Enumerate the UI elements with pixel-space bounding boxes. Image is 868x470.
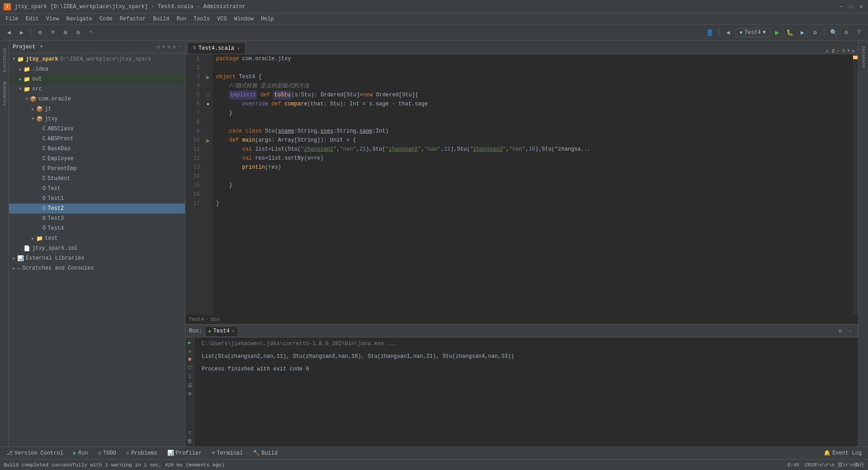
- breadcrumb-test4[interactable]: Test4: [189, 317, 204, 322]
- footer-tab-problems[interactable]: ⚠ Problems: [122, 448, 162, 459]
- toolbar-settings2[interactable]: ⚙: [73, 27, 84, 38]
- tree-test4[interactable]: O Test4: [9, 223, 185, 233]
- run-settings-icon[interactable]: ⚙: [836, 327, 844, 335]
- toolbar-help[interactable]: ?: [854, 27, 864, 38]
- toolbar-minus[interactable]: −: [85, 27, 96, 38]
- footer-tab-todo[interactable]: ☑ TODO: [94, 448, 121, 459]
- tree-com-oracle[interactable]: ▼ 📦 com.oracle: [9, 94, 185, 104]
- toolbar-undo[interactable]: ◀: [723, 27, 734, 38]
- restore-icon[interactable]: ▽: [188, 429, 191, 436]
- run-tab-close[interactable]: ✕: [231, 328, 234, 334]
- database-tab[interactable]: Database: [860, 43, 867, 71]
- menu-file[interactable]: File: [2, 15, 22, 23]
- code-content[interactable]: package com.oracle.jtxy object Test4 { /…: [212, 54, 851, 314]
- breadcrumb-stu[interactable]: Stu: [211, 317, 220, 322]
- tab-close-button[interactable]: ✕: [237, 46, 240, 51]
- footer-tab-profiler[interactable]: 📊 Profiler: [163, 448, 207, 459]
- tree-iml[interactable]: 📄 jtxy_spark.iml: [9, 243, 185, 253]
- tree-absclass[interactable]: C ABSClass: [9, 124, 185, 134]
- tree-student[interactable]: C Student: [9, 174, 185, 184]
- window-controls[interactable]: ─ □ ✕: [838, 4, 864, 10]
- bookmarks-tab[interactable]: Bookmarks: [1, 78, 8, 109]
- print-icon[interactable]: 🖨: [187, 382, 193, 389]
- toolbar-settings[interactable]: ⚙: [35, 27, 46, 38]
- footer-tab-version-control[interactable]: ⎇ Version Control: [2, 448, 68, 459]
- run-gutter-3[interactable]: ▶: [206, 73, 210, 81]
- tree-employee[interactable]: C Employee: [9, 154, 185, 164]
- close-button[interactable]: ✕: [858, 4, 864, 10]
- debug-button[interactable]: 🐛: [784, 27, 795, 38]
- line-num-3: 3: [185, 72, 200, 81]
- menu-vcs[interactable]: VCS: [213, 15, 231, 23]
- test4-icon: O: [42, 225, 46, 232]
- minimize-button[interactable]: ─: [838, 4, 844, 10]
- project-dropdown-icon[interactable]: ▼: [40, 44, 42, 49]
- menu-refactor[interactable]: Refactor: [116, 15, 150, 23]
- tree-idea[interactable]: ▶ 📁 .idea: [9, 64, 185, 74]
- tree-test3[interactable]: O Test3: [9, 214, 185, 223]
- tree-root[interactable]: ▼ 📁 jtxy_spark D:\IDEA_workplace\jtxy_sp…: [9, 54, 185, 64]
- code-line-7: }: [212, 109, 851, 118]
- menu-build[interactable]: Build: [149, 15, 173, 23]
- tree-test-folder[interactable]: ▶ 📁 test: [9, 233, 185, 243]
- menu-edit[interactable]: Edit: [22, 15, 42, 23]
- toolbar-user[interactable]: 👤: [704, 27, 715, 38]
- tree-jt[interactable]: ▶ 📦 jt: [9, 104, 185, 114]
- toolbar-back[interactable]: ◀: [4, 27, 14, 38]
- tree-jtxy[interactable]: ▼ 📦 jtxy: [9, 114, 185, 124]
- run-button[interactable]: ▶: [772, 27, 783, 38]
- coverage-button[interactable]: ▶: [797, 27, 808, 38]
- toolbar-forward[interactable]: ▶: [16, 27, 27, 38]
- toolbar-settings3[interactable]: ⚙: [841, 27, 852, 38]
- expand-gutter-icon[interactable]: ▼: [847, 48, 850, 53]
- menu-navigate[interactable]: Navigate: [62, 15, 96, 23]
- structure-tab[interactable]: Structure: [1, 44, 8, 76]
- run-tab-test4[interactable]: ▶ Test4 ✕: [205, 326, 238, 336]
- menu-tools[interactable]: Tools: [190, 15, 213, 23]
- run-minimize-icon[interactable]: −: [846, 327, 854, 335]
- scroll-end-icon[interactable]: ⤵: [189, 373, 191, 380]
- footer-tab-run[interactable]: ▶ Run: [69, 448, 93, 459]
- tree-test1[interactable]: O Test1: [9, 194, 185, 204]
- tree-test2[interactable]: O Test2: [9, 204, 185, 214]
- run-config-selector[interactable]: ● Test4 ▼: [736, 28, 770, 37]
- tree-parentemp[interactable]: C ParentEmp: [9, 164, 185, 174]
- delete-icon[interactable]: 🗑: [187, 438, 193, 445]
- project-settings-icon[interactable]: ⚙: [173, 44, 176, 50]
- tree-scratches[interactable]: ▶ ✏️ Scratches and Consoles: [9, 263, 185, 273]
- collapse-gutter-icon[interactable]: ▲: [852, 48, 854, 53]
- tree-basedao[interactable]: C BaseDao: [9, 144, 185, 154]
- footer-tab-build[interactable]: 🔨 Build: [248, 448, 282, 459]
- rerun-failed-icon[interactable]: ↺: [188, 348, 191, 355]
- editor-tab-test4[interactable]: S Test4.scala ✕: [187, 42, 245, 54]
- more-run-options[interactable]: ⚙: [810, 27, 821, 38]
- project-collapse-icon[interactable]: ≡: [162, 44, 165, 49]
- toolbar-split[interactable]: ⊞: [60, 27, 71, 38]
- tree-src[interactable]: ▼ 📁 src: [9, 84, 185, 94]
- toolbar-list[interactable]: ≡: [47, 27, 58, 38]
- rerun-icon[interactable]: ▶: [188, 339, 191, 346]
- warning-indicator[interactable]: [853, 56, 858, 59]
- code-line-8: [212, 118, 851, 127]
- coverage-icon[interactable]: 🛡: [187, 365, 193, 371]
- footer-tab-event-log[interactable]: 🔔 Event Log: [819, 448, 866, 459]
- menu-help[interactable]: Help: [257, 15, 278, 23]
- run-gutter-10[interactable]: ▶: [206, 137, 210, 144]
- tree-out[interactable]: ▶ 📁 out: [9, 74, 185, 84]
- footer-tab-terminal[interactable]: ⌨ Terminal: [207, 448, 247, 459]
- project-close-icon[interactable]: −: [179, 44, 181, 49]
- toolbar-search[interactable]: 🔍: [828, 27, 839, 38]
- menu-code[interactable]: Code: [96, 15, 116, 23]
- stop-icon[interactable]: ■: [188, 356, 191, 363]
- menu-window[interactable]: Window: [231, 15, 257, 23]
- tree-ext-libs[interactable]: ▶ 📊 External Libraries: [9, 253, 185, 263]
- menu-run[interactable]: Run: [173, 15, 190, 23]
- tree-absprent[interactable]: C ABSPrent: [9, 134, 185, 144]
- menu-view[interactable]: View: [42, 15, 63, 23]
- settings2-icon[interactable]: ⚙: [188, 390, 191, 397]
- project-locate-icon[interactable]: ◎: [157, 44, 160, 50]
- gutter-6[interactable]: ●: [207, 102, 209, 107]
- project-expand-icon[interactable]: ⊕: [168, 44, 170, 50]
- maximize-button[interactable]: □: [848, 4, 854, 10]
- tree-test[interactable]: O Test: [9, 184, 185, 194]
